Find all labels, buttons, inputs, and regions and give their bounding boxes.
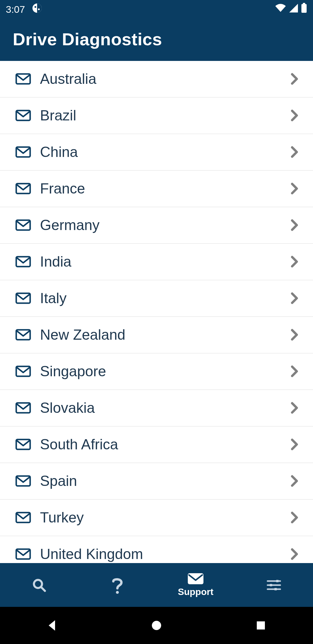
envelope-icon [15, 146, 31, 158]
country-row[interactable]: India [0, 244, 313, 280]
country-row[interactable]: South Africa [0, 426, 313, 463]
country-label: Spain [40, 473, 280, 489]
nav-search[interactable] [0, 563, 78, 607]
chevron-right-icon [289, 511, 300, 524]
nav-settings[interactable] [235, 563, 313, 607]
nav-help[interactable] [78, 563, 156, 607]
country-row[interactable]: United Kingdom [0, 536, 313, 563]
country-label: Slovakia [40, 399, 280, 416]
svg-point-21 [116, 591, 119, 594]
country-row[interactable]: Germany [0, 207, 313, 244]
country-label: India [40, 253, 280, 270]
app-bar: Drive Diagnostics [0, 19, 313, 61]
country-row[interactable]: France [0, 171, 313, 207]
envelope-icon [15, 73, 31, 85]
country-row[interactable]: Italy [0, 280, 313, 317]
country-row[interactable]: Australia [0, 61, 313, 97]
nav-support[interactable]: Support [156, 563, 235, 607]
chevron-right-icon [289, 219, 300, 231]
envelope-icon [15, 512, 31, 523]
status-bar: 3:07 [0, 0, 313, 19]
country-label: United Kingdom [40, 546, 280, 562]
svg-rect-28 [274, 588, 277, 590]
envelope-icon [15, 219, 31, 231]
svg-rect-26 [276, 580, 279, 582]
status-left: 3:07 [6, 3, 42, 16]
country-row[interactable]: Turkey [0, 500, 313, 536]
sliders-icon [266, 579, 281, 591]
chevron-right-icon [289, 548, 300, 560]
envelope-icon [15, 475, 31, 487]
envelope-icon [15, 439, 31, 450]
sys-recent-button[interactable] [252, 617, 270, 634]
svg-rect-4 [303, 3, 305, 4]
country-row[interactable]: New Zealand [0, 317, 313, 353]
envelope-filled-icon [187, 573, 204, 585]
country-row[interactable]: Singapore [0, 353, 313, 390]
search-icon [32, 578, 47, 593]
envelope-icon [15, 110, 31, 121]
envelope-icon [15, 329, 31, 341]
chevron-right-icon [289, 292, 300, 305]
country-row[interactable]: Slovakia [0, 390, 313, 426]
battery-icon [301, 3, 307, 16]
chevron-right-icon [289, 146, 300, 158]
wifi-icon [275, 3, 286, 15]
chevron-right-icon [289, 182, 300, 195]
status-time: 3:07 [6, 4, 25, 15]
svg-rect-3 [301, 4, 307, 13]
country-label: Italy [40, 290, 280, 307]
svg-point-1 [34, 6, 36, 8]
country-label: New Zealand [40, 326, 280, 343]
country-label: China [40, 144, 280, 160]
cell-signal-icon [289, 3, 299, 15]
chevron-right-icon [289, 109, 300, 122]
country-label: Brazil [40, 107, 280, 124]
chevron-right-icon [289, 73, 300, 85]
envelope-icon [15, 402, 31, 414]
envelope-icon [15, 366, 31, 377]
chevron-right-icon [289, 328, 300, 341]
page-title: Drive Diagnostics [13, 29, 300, 49]
country-row[interactable]: Spain [0, 463, 313, 500]
envelope-icon [15, 183, 31, 194]
status-app-indicator-icon [32, 3, 42, 16]
nav-support-label: Support [178, 587, 214, 597]
country-label: Turkey [40, 509, 280, 526]
svg-rect-27 [270, 584, 272, 586]
country-list[interactable]: AustraliaBrazilChinaFranceGermanyIndiaIt… [0, 61, 313, 563]
envelope-icon [15, 292, 31, 304]
system-nav-bar [0, 607, 313, 644]
svg-point-2 [38, 8, 40, 10]
country-label: Australia [40, 70, 280, 87]
chevron-right-icon [289, 365, 300, 378]
country-row[interactable]: Brazil [0, 97, 313, 134]
svg-rect-22 [188, 573, 203, 584]
country-label: France [40, 180, 280, 197]
svg-rect-30 [257, 621, 265, 629]
country-label: Singapore [40, 363, 280, 380]
svg-line-20 [41, 587, 45, 591]
chevron-right-icon [289, 438, 300, 451]
country-label: South Africa [40, 436, 280, 453]
sys-home-button[interactable] [148, 617, 165, 634]
envelope-icon [15, 256, 31, 267]
question-icon [110, 576, 125, 594]
envelope-icon [15, 548, 31, 560]
screen: 3:07 Drive Diagnostics AustraliaBrazilCh… [0, 0, 313, 644]
status-right [275, 3, 307, 16]
chevron-right-icon [289, 401, 300, 414]
svg-point-29 [152, 621, 161, 630]
chevron-right-icon [289, 255, 300, 268]
country-label: Germany [40, 217, 280, 234]
chevron-right-icon [289, 475, 300, 487]
bottom-nav: Support [0, 563, 313, 607]
country-row[interactable]: China [0, 134, 313, 171]
sys-back-button[interactable] [43, 617, 61, 634]
